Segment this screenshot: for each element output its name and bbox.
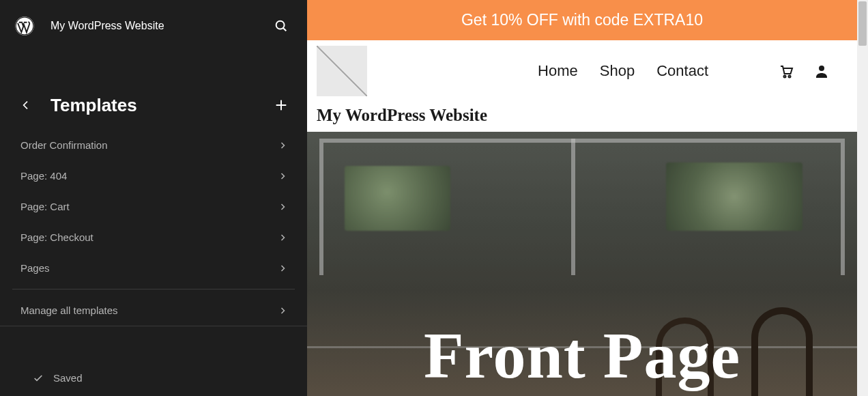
chevron-left-icon (20, 100, 31, 111)
hero-title[interactable]: Front Page (424, 317, 740, 393)
svg-point-2 (276, 21, 285, 29)
chevron-right-icon (278, 203, 287, 211)
svg-line-3 (283, 28, 286, 31)
template-item-label: Page: 404 (20, 170, 67, 182)
header-row: Home Shop Contact (317, 46, 830, 96)
svg-point-7 (789, 76, 791, 78)
template-item-pages[interactable]: Pages (0, 253, 307, 283)
template-item-order-confirmation[interactable]: Order Confirmation (0, 130, 307, 160)
chevron-right-icon (278, 141, 287, 150)
back-button[interactable] (14, 93, 38, 117)
account-icon[interactable] (813, 63, 830, 79)
template-item-label: Pages (20, 262, 50, 274)
section-header: Templates (0, 93, 307, 117)
site-logo-placeholder[interactable] (317, 46, 367, 96)
saved-label: Saved (53, 372, 83, 384)
check-icon (33, 373, 44, 384)
preview-site-title[interactable]: My WordPress Website (317, 106, 830, 125)
template-item-cart[interactable]: Page: Cart (0, 191, 307, 222)
scrollbar-thumb[interactable] (858, 1, 867, 46)
topbar: My WordPress Website (0, 0, 307, 52)
chevron-right-icon (278, 172, 287, 180)
chevron-right-icon (278, 264, 287, 272)
search-icon (274, 18, 289, 33)
template-item-404[interactable]: Page: 404 (0, 160, 307, 191)
divider (12, 289, 295, 289)
saved-status: Saved (0, 360, 307, 396)
chevron-right-icon (278, 307, 287, 315)
hero-section[interactable]: Front Page (307, 132, 857, 396)
add-template-button[interactable] (269, 93, 293, 117)
search-button[interactable] (269, 14, 293, 38)
primary-nav: Home Shop Contact (367, 62, 830, 80)
section-title: Templates (50, 95, 269, 116)
manage-all-templates[interactable]: Manage all templates (0, 295, 307, 326)
site-name[interactable]: My WordPress Website (50, 20, 269, 32)
wordpress-logo-icon[interactable] (14, 15, 35, 37)
template-item-label: Order Confirmation (20, 139, 108, 151)
cart-icon[interactable] (778, 63, 794, 79)
nav-icons (778, 63, 830, 79)
preview-canvas[interactable]: Get 10% OFF with code EXTRA10 Home Shop … (307, 0, 868, 396)
nav-item-contact[interactable]: Contact (656, 62, 708, 80)
svg-point-8 (819, 66, 824, 71)
chevron-right-icon (278, 234, 287, 242)
manage-all-label: Manage all templates (20, 305, 118, 316)
nav-item-shop[interactable]: Shop (600, 62, 635, 80)
preview-scrollbar[interactable] (857, 0, 868, 396)
divider (0, 326, 307, 326)
site-header: Home Shop Contact (307, 40, 857, 132)
template-item-label: Page: Cart (20, 201, 70, 212)
nav-item-home[interactable]: Home (538, 62, 578, 80)
template-item-checkout[interactable]: Page: Checkout (0, 222, 307, 253)
promo-banner[interactable]: Get 10% OFF with code EXTRA10 (307, 0, 857, 40)
template-list: Order Confirmation Page: 404 Page: Cart … (0, 130, 307, 326)
plus-icon (274, 98, 289, 113)
editor-sidebar: My WordPress Website Templates Order Con… (0, 0, 307, 396)
svg-point-6 (784, 76, 786, 78)
template-item-label: Page: Checkout (20, 231, 93, 243)
